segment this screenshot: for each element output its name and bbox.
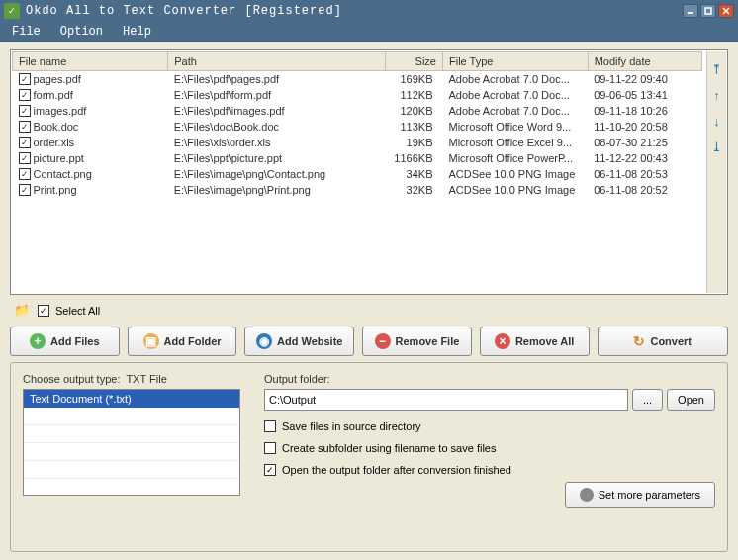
open-button[interactable]: Open — [667, 389, 715, 411]
row-checkbox[interactable]: ✓ — [19, 89, 31, 101]
file-name: Book.doc — [34, 121, 79, 133]
file-date: 11-10-20 20:58 — [588, 119, 701, 135]
table-row[interactable]: ✓Print.pngE:\Files\image\png\Print.png32… — [13, 182, 702, 198]
menubar: File Option Help — [0, 22, 738, 42]
convert-button[interactable]: ↻Convert — [598, 327, 728, 356]
col-type[interactable]: File Type — [443, 52, 589, 71]
opt-save-source-checkbox[interactable] — [264, 420, 276, 432]
row-checkbox[interactable]: ✓ — [19, 168, 31, 180]
table-row[interactable]: ✓pages.pdfE:\Files\pdf\pages.pdf169KBAdo… — [13, 71, 702, 88]
file-type: Adobe Acrobat 7.0 Doc... — [443, 103, 589, 119]
opt-open-folder-checkbox[interactable]: ✓ — [264, 464, 276, 476]
table-row[interactable]: ✓picture.pptE:\Files\ppt\picture.ppt1166… — [13, 150, 702, 166]
window-title: Okdo All to Text Converter [Registered] — [26, 4, 683, 18]
file-date: 09-11-18 10:26 — [588, 103, 701, 119]
file-list[interactable]: File name Path Size File Type Modify dat… — [12, 51, 702, 293]
list-item[interactable]: Text Document (*.txt) — [24, 390, 239, 408]
x-icon: × — [495, 333, 510, 349]
output-folder-input[interactable] — [264, 389, 628, 411]
output-type-label: Choose output type: — [23, 373, 120, 385]
menu-help[interactable]: Help — [117, 23, 157, 41]
file-date: 06-11-08 20:53 — [588, 166, 701, 182]
file-date: 09-06-05 13:41 — [588, 87, 701, 103]
file-path: E:\Files\image\png\Print.png — [168, 182, 386, 198]
move-bottom-icon[interactable]: ⤓ — [709, 139, 725, 154]
maximize-button[interactable] — [700, 4, 716, 18]
file-date: 08-07-30 21:25 — [588, 135, 701, 150]
table-row[interactable]: ✓Contact.pngE:\Files\image\png\Contact.p… — [13, 166, 702, 182]
close-button[interactable] — [718, 4, 734, 18]
file-path: E:\Files\doc\Book.doc — [168, 119, 386, 135]
file-name: picture.ppt — [34, 152, 84, 164]
globe-icon: ◉ — [256, 333, 272, 349]
file-date: 09-11-22 09:40 — [588, 71, 701, 88]
file-size: 1166KB — [386, 150, 443, 166]
set-more-parameters-button[interactable]: Set more parameters — [565, 482, 715, 508]
file-name: images.pdf — [34, 105, 87, 117]
row-checkbox[interactable]: ✓ — [19, 121, 31, 133]
file-type: ACDSee 10.0 PNG Image — [443, 166, 589, 182]
menu-option[interactable]: Option — [54, 23, 109, 41]
file-size: 19KB — [386, 135, 443, 150]
move-down-icon[interactable]: ↓ — [709, 113, 725, 129]
folder-up-icon[interactable] — [14, 303, 32, 319]
output-folder-label: Output folder: — [264, 373, 715, 385]
move-top-icon[interactable]: ⤒ — [709, 61, 725, 77]
app-icon: ✓ — [4, 3, 20, 19]
file-type: ACDSee 10.0 PNG Image — [443, 182, 589, 198]
plus-icon: + — [30, 333, 46, 349]
col-path[interactable]: Path — [168, 52, 386, 71]
output-type-value: TXT File — [126, 373, 166, 385]
col-date[interactable]: Modify date — [588, 52, 701, 71]
file-size: 112KB — [386, 87, 443, 103]
output-type-listbox[interactable]: Text Document (*.txt) — [23, 389, 240, 496]
row-checkbox[interactable]: ✓ — [19, 184, 31, 196]
browse-button[interactable]: ... — [632, 389, 663, 411]
col-size[interactable]: Size — [386, 52, 443, 71]
file-type: Adobe Acrobat 7.0 Doc... — [443, 71, 589, 88]
table-row[interactable]: ✓images.pdfE:\Files\pdf\images.pdf120KBA… — [13, 103, 702, 119]
file-date: 06-11-08 20:52 — [588, 182, 701, 198]
table-row[interactable]: ✓form.pdfE:\Files\pdf\form.pdf112KBAdobe… — [13, 87, 702, 103]
remove-file-button[interactable]: −Remove File — [362, 327, 472, 356]
selectall-checkbox[interactable]: ✓ — [38, 305, 49, 317]
row-checkbox[interactable]: ✓ — [19, 137, 31, 148]
remove-all-button[interactable]: ×Remove All — [480, 327, 590, 356]
file-size: 169KB — [386, 71, 443, 88]
file-path: E:\Files\pdf\form.pdf — [168, 87, 386, 103]
file-size: 34KB — [386, 166, 443, 182]
file-name: form.pdf — [34, 89, 73, 101]
file-type: Microsoft Office Excel 9... — [443, 135, 589, 150]
minus-icon: − — [375, 333, 391, 349]
file-path: E:\Files\xls\order.xls — [168, 135, 386, 150]
file-path: E:\Files\pdf\pages.pdf — [168, 71, 386, 88]
opt-open-folder-label: Open the output folder after conversion … — [282, 464, 511, 476]
folder-icon: ▣ — [143, 333, 159, 349]
file-name: order.xls — [34, 137, 75, 148]
file-name: Contact.png — [34, 168, 92, 180]
file-size: 120KB — [386, 103, 443, 119]
menu-file[interactable]: File — [6, 23, 46, 41]
table-row[interactable]: ✓order.xlsE:\Files\xls\order.xls19KBMicr… — [13, 135, 702, 150]
add-website-button[interactable]: ◉Add Website — [244, 327, 354, 356]
col-filename[interactable]: File name — [13, 52, 168, 71]
file-type: Adobe Acrobat 7.0 Doc... — [443, 87, 589, 103]
row-checkbox[interactable]: ✓ — [19, 105, 31, 117]
convert-icon: ↻ — [633, 333, 645, 349]
selectall-label: Select All — [55, 305, 100, 317]
add-folder-button[interactable]: ▣Add Folder — [128, 327, 237, 356]
move-up-icon[interactable]: ↑ — [709, 87, 725, 103]
opt-subfolder-label: Create subfolder using filename to save … — [282, 442, 496, 454]
file-path: E:\Files\pdf\images.pdf — [168, 103, 386, 119]
table-row[interactable]: ✓Book.docE:\Files\doc\Book.doc113KBMicro… — [13, 119, 702, 135]
file-size: 32KB — [386, 182, 443, 198]
row-checkbox[interactable]: ✓ — [19, 73, 31, 85]
svg-rect-1 — [705, 8, 711, 14]
file-size: 113KB — [386, 119, 443, 135]
opt-save-source-label: Save files in source directory — [282, 420, 421, 432]
minimize-button[interactable] — [683, 4, 698, 18]
row-checkbox[interactable]: ✓ — [19, 152, 31, 164]
opt-subfolder-checkbox[interactable] — [264, 442, 276, 454]
add-files-button[interactable]: +Add Files — [10, 327, 120, 356]
file-name: pages.pdf — [34, 73, 81, 85]
